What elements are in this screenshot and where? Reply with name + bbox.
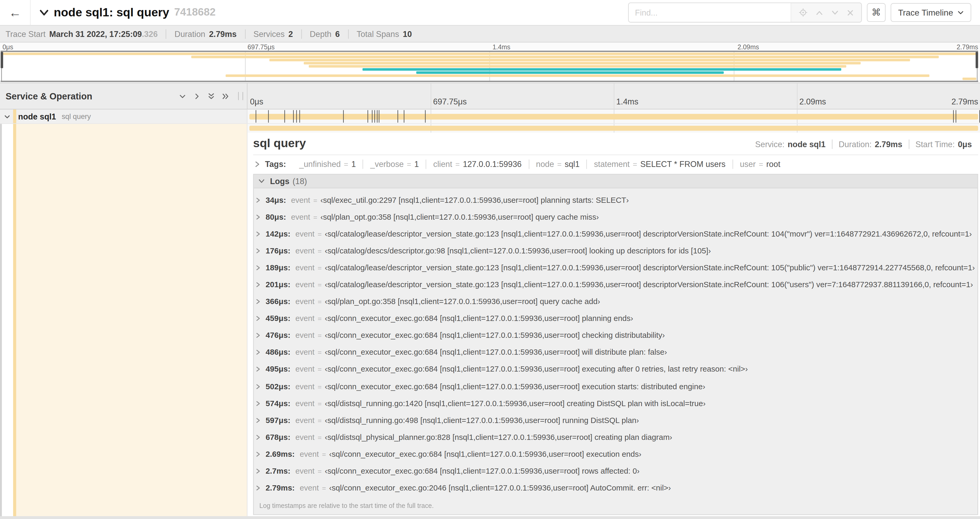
log-entry-row[interactable]: 366μs: event = ‹sql/plan_opt.go:358 [nsq… xyxy=(256,293,977,310)
log-entry-row[interactable]: 597μs: event = ‹sql/distsql_running.go:4… xyxy=(256,412,977,429)
trace-title: node sql1: sql query xyxy=(54,6,169,19)
log-marker[interactable] xyxy=(379,110,379,123)
equals-sign: = xyxy=(318,332,322,339)
find-input[interactable] xyxy=(629,3,791,22)
log-entry-row[interactable]: 574μs: event = ‹sql/distsql_running.go:1… xyxy=(256,395,977,412)
chevron-right-icon[interactable] xyxy=(256,434,261,441)
log-marker[interactable] xyxy=(377,110,377,123)
minimap-canvas[interactable] xyxy=(0,51,978,82)
chevron-right-icon[interactable] xyxy=(256,231,261,237)
next-match-icon[interactable] xyxy=(831,10,838,15)
expand-all-icon[interactable] xyxy=(222,92,229,100)
log-message: ‹sql/plan_opt.go:358 [nsql1,client=127.0… xyxy=(320,212,599,221)
log-entry-row[interactable]: 142μs: event = ‹sql/catalog/lease/descri… xyxy=(256,225,977,242)
log-field-name: event xyxy=(295,399,315,408)
log-marker[interactable] xyxy=(404,110,404,123)
clear-find-icon[interactable] xyxy=(847,9,854,16)
log-marker[interactable] xyxy=(299,110,300,123)
log-entry-row[interactable]: 2.79ms: event = ‹sql/conn_executor_exec.… xyxy=(256,480,977,497)
log-marker[interactable] xyxy=(374,110,375,123)
chevron-right-icon[interactable] xyxy=(256,485,261,491)
chevron-right-icon[interactable] xyxy=(256,282,261,288)
log-entry-row[interactable]: 34μs: event = ‹sql/exec_util.go:2297 [ns… xyxy=(256,192,977,208)
timeline-header: Service & Operation xyxy=(0,83,980,109)
chevron-right-icon[interactable] xyxy=(256,383,261,390)
span-duration-bar[interactable] xyxy=(250,114,978,119)
chevron-right-icon[interactable] xyxy=(256,468,261,474)
log-entry-row[interactable]: 495μs: event = ‹sql/conn_executor_exec.g… xyxy=(256,361,977,378)
log-marker[interactable] xyxy=(256,110,256,123)
log-entry-row[interactable]: 2.69ms: event = ‹sql/conn_executor_exec.… xyxy=(256,446,977,463)
log-entry-row[interactable]: 459μs: event = ‹sql/conn_executor_exec.g… xyxy=(256,310,977,327)
chevron-right-icon[interactable] xyxy=(256,451,261,457)
log-field-name: event xyxy=(295,433,315,441)
trace-view-selector-label: Trace Timeline xyxy=(898,8,953,18)
prev-match-icon[interactable] xyxy=(816,10,823,15)
equals-sign: = xyxy=(759,160,763,169)
chevron-right-icon[interactable] xyxy=(256,366,261,373)
logs-footnote: Log timestamps are relative to the start… xyxy=(256,497,977,514)
minimap-rows xyxy=(0,53,978,80)
span-row-timeline-cell[interactable] xyxy=(247,109,980,123)
logs-count: (18) xyxy=(293,176,307,186)
log-marker[interactable] xyxy=(343,110,344,123)
log-entry-row[interactable]: 678μs: event = ‹sql/distsql_physical_pla… xyxy=(256,429,977,446)
summary-label: Services xyxy=(253,29,285,38)
log-entry-row[interactable]: 486μs: event = ‹sql/conn_executor_exec.g… xyxy=(256,344,977,361)
chevron-right-icon[interactable] xyxy=(256,400,261,407)
keyboard-shortcuts-button[interactable]: ⌘ xyxy=(867,3,886,22)
chevron-right-icon[interactable] xyxy=(256,350,261,356)
log-marker[interactable] xyxy=(268,110,269,123)
viewport-left-scrubber[interactable] xyxy=(0,52,3,68)
collapse-all-icon[interactable] xyxy=(208,92,215,100)
log-field-name: event xyxy=(291,196,310,204)
chevron-right-icon[interactable] xyxy=(256,197,261,203)
logs-accordion-header[interactable]: Logs (18) xyxy=(254,174,977,188)
span-row[interactable]: node sql1 sql query xyxy=(0,109,980,124)
log-marker[interactable] xyxy=(293,110,293,123)
log-marker[interactable] xyxy=(956,110,956,123)
trace-minimap[interactable]: 0μs 697.75μs 1.4ms 2.09ms 2.79ms xyxy=(0,43,980,83)
log-entry-row[interactable]: 176μs: event = ‹sql/catalog/descs/descri… xyxy=(256,242,977,259)
log-marker[interactable] xyxy=(398,110,398,123)
chevron-down-icon[interactable] xyxy=(258,178,265,184)
chevron-right-icon[interactable] xyxy=(256,248,261,254)
log-entry-row[interactable]: 502μs: event = ‹sql/conn_executor_exec.g… xyxy=(256,378,977,395)
tags-accordion[interactable]: Tags: _unfinished = 1 _verbose = 1 xyxy=(253,155,978,172)
back-button[interactable]: ← xyxy=(0,0,30,25)
trace-view-selector[interactable]: Trace Timeline xyxy=(891,3,971,22)
summary-value: 10 xyxy=(403,29,412,38)
span-collapse-chevron-icon[interactable] xyxy=(4,113,11,120)
collapse-one-icon[interactable] xyxy=(179,92,186,100)
log-entry-row[interactable]: 80μs: event = ‹sql/plan_opt.go:358 [nsql… xyxy=(256,208,977,225)
log-entry-row[interactable]: 2.7ms: event = ‹sql/conn_executor_exec.g… xyxy=(256,463,977,479)
column-resize-handle[interactable] xyxy=(238,92,243,100)
log-entry-row[interactable]: 201μs: event = ‹sql/catalog/lease/descri… xyxy=(256,276,977,293)
viewport-right-scrubber[interactable] xyxy=(975,52,978,68)
log-message: ‹sql/conn_executor_exec.go:684 [nsql1,cl… xyxy=(325,467,640,476)
log-marker[interactable] xyxy=(372,110,372,123)
log-entry-row[interactable]: 189μs: event = ‹sql/catalog/lease/descri… xyxy=(256,259,977,276)
log-message: ‹sql/conn_executor_exec.go:684 [nsql1,cl… xyxy=(325,365,748,374)
ruler-tick-label: 1.4ms xyxy=(616,97,638,107)
tag-value: 127.0.0.1:59936 xyxy=(463,160,522,169)
chevron-right-icon[interactable] xyxy=(256,265,261,271)
trace-collapse-chevron-icon[interactable] xyxy=(39,9,49,16)
summary-item: Total Spans 10 xyxy=(348,29,420,38)
expand-one-icon[interactable] xyxy=(193,92,200,100)
log-entry-row[interactable]: 476μs: event = ‹sql/conn_executor_exec.g… xyxy=(256,327,977,344)
log-marker[interactable] xyxy=(284,110,285,123)
equals-sign: = xyxy=(313,196,317,204)
chevron-right-icon[interactable] xyxy=(256,417,261,423)
chevron-right-icon[interactable] xyxy=(256,214,261,220)
chevron-right-icon[interactable] xyxy=(256,299,261,305)
log-marker[interactable] xyxy=(368,110,368,123)
chevron-right-icon[interactable] xyxy=(256,332,261,339)
log-marker[interactable] xyxy=(296,110,297,123)
log-marker[interactable] xyxy=(953,110,954,123)
focus-target-icon[interactable] xyxy=(799,8,807,17)
log-marker[interactable] xyxy=(425,110,425,123)
span-row-name-cell[interactable]: node sql1 sql query xyxy=(0,109,247,123)
chevron-right-icon[interactable] xyxy=(255,161,260,168)
chevron-right-icon[interactable] xyxy=(256,315,261,322)
